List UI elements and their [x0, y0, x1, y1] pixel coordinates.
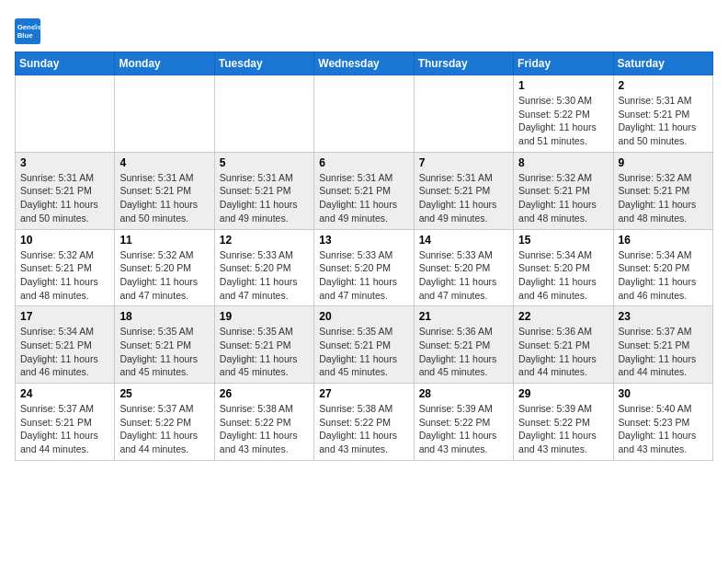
day-number: 23 — [619, 310, 708, 323]
calendar-week-row: 10Sunrise: 5:32 AM Sunset: 5:21 PM Dayli… — [16, 229, 713, 306]
day-number: 4 — [119, 156, 209, 169]
calendar-week-row: 17Sunrise: 5:34 AM Sunset: 5:21 PM Dayli… — [16, 306, 713, 384]
day-info: Sunrise: 5:39 AM Sunset: 5:22 PM Dayligh… — [419, 402, 508, 456]
day-number: 1 — [518, 79, 608, 92]
day-info: Sunrise: 5:31 AM Sunset: 5:21 PM Dayligh… — [119, 171, 209, 225]
calendar-cell: 4Sunrise: 5:31 AM Sunset: 5:21 PM Daylig… — [115, 152, 214, 229]
day-info: Sunrise: 5:31 AM Sunset: 5:21 PM Dayligh… — [419, 171, 508, 225]
calendar-cell: 1Sunrise: 5:30 AM Sunset: 5:22 PM Daylig… — [514, 75, 613, 153]
day-number: 20 — [319, 310, 408, 323]
day-info: Sunrise: 5:31 AM Sunset: 5:21 PM Dayligh… — [20, 171, 109, 225]
day-info: Sunrise: 5:36 AM Sunset: 5:21 PM Dayligh… — [419, 325, 508, 379]
day-info: Sunrise: 5:37 AM Sunset: 5:21 PM Dayligh… — [20, 402, 109, 456]
calendar-week-row: 1Sunrise: 5:30 AM Sunset: 5:22 PM Daylig… — [16, 75, 713, 153]
day-number: 30 — [619, 387, 708, 400]
day-info: Sunrise: 5:38 AM Sunset: 5:22 PM Dayligh… — [220, 402, 309, 456]
day-number: 28 — [419, 387, 508, 400]
day-number: 21 — [419, 310, 508, 323]
calendar-cell: 12Sunrise: 5:33 AM Sunset: 5:20 PM Dayli… — [214, 229, 313, 306]
day-number: 12 — [220, 234, 309, 247]
calendar-cell: 28Sunrise: 5:39 AM Sunset: 5:22 PM Dayli… — [414, 384, 513, 461]
day-info: Sunrise: 5:31 AM Sunset: 5:21 PM Dayligh… — [619, 94, 708, 148]
calendar-header-row: SundayMondayTuesdayWednesdayThursdayFrid… — [16, 52, 713, 75]
page-header: General Blue — [15, 15, 713, 44]
calendar-cell: 21Sunrise: 5:36 AM Sunset: 5:21 PM Dayli… — [414, 306, 513, 384]
day-number: 6 — [319, 156, 408, 169]
day-number: 7 — [419, 156, 508, 169]
day-number: 14 — [419, 234, 508, 247]
day-number: 29 — [518, 387, 608, 400]
day-number: 2 — [619, 79, 708, 92]
column-header-wednesday: Wednesday — [314, 52, 414, 75]
day-info: Sunrise: 5:37 AM Sunset: 5:21 PM Dayligh… — [619, 325, 708, 379]
calendar-cell: 20Sunrise: 5:35 AM Sunset: 5:21 PM Dayli… — [314, 306, 414, 384]
day-number: 16 — [619, 234, 708, 247]
day-info: Sunrise: 5:36 AM Sunset: 5:21 PM Dayligh… — [518, 325, 608, 379]
day-number: 8 — [518, 156, 608, 169]
day-number: 18 — [119, 310, 209, 323]
calendar-cell: 11Sunrise: 5:32 AM Sunset: 5:20 PM Dayli… — [115, 229, 214, 306]
calendar-cell: 22Sunrise: 5:36 AM Sunset: 5:21 PM Dayli… — [514, 306, 613, 384]
column-header-tuesday: Tuesday — [214, 52, 313, 75]
calendar-cell: 9Sunrise: 5:32 AM Sunset: 5:21 PM Daylig… — [613, 152, 712, 229]
calendar-cell: 8Sunrise: 5:32 AM Sunset: 5:21 PM Daylig… — [514, 152, 613, 229]
calendar-cell: 29Sunrise: 5:39 AM Sunset: 5:22 PM Dayli… — [514, 384, 613, 461]
calendar-cell: 6Sunrise: 5:31 AM Sunset: 5:21 PM Daylig… — [314, 152, 414, 229]
day-info: Sunrise: 5:35 AM Sunset: 5:21 PM Dayligh… — [119, 325, 209, 379]
day-info: Sunrise: 5:33 AM Sunset: 5:20 PM Dayligh… — [319, 248, 408, 303]
column-header-friday: Friday — [514, 52, 613, 75]
day-number: 3 — [20, 156, 109, 169]
calendar-cell: 18Sunrise: 5:35 AM Sunset: 5:21 PM Dayli… — [115, 306, 214, 384]
day-number: 27 — [319, 387, 408, 400]
day-info: Sunrise: 5:31 AM Sunset: 5:21 PM Dayligh… — [220, 171, 309, 225]
day-number: 22 — [518, 310, 608, 323]
calendar-cell — [314, 75, 414, 153]
svg-text:Blue: Blue — [17, 31, 34, 40]
logo: General Blue — [15, 18, 42, 44]
day-number: 13 — [319, 234, 408, 247]
day-number: 5 — [220, 156, 309, 169]
day-number: 11 — [119, 234, 209, 247]
day-info: Sunrise: 5:38 AM Sunset: 5:22 PM Dayligh… — [319, 402, 408, 456]
day-number: 10 — [20, 234, 109, 247]
calendar-cell: 16Sunrise: 5:34 AM Sunset: 5:20 PM Dayli… — [613, 229, 712, 306]
calendar-cell: 5Sunrise: 5:31 AM Sunset: 5:21 PM Daylig… — [214, 152, 313, 229]
day-info: Sunrise: 5:34 AM Sunset: 5:20 PM Dayligh… — [619, 248, 708, 303]
day-info: Sunrise: 5:30 AM Sunset: 5:22 PM Dayligh… — [518, 94, 608, 148]
calendar-cell — [414, 75, 513, 153]
day-info: Sunrise: 5:32 AM Sunset: 5:21 PM Dayligh… — [20, 248, 109, 303]
calendar-week-row: 3Sunrise: 5:31 AM Sunset: 5:21 PM Daylig… — [16, 152, 713, 229]
column-header-saturday: Saturday — [613, 52, 712, 75]
calendar-cell: 7Sunrise: 5:31 AM Sunset: 5:21 PM Daylig… — [414, 152, 513, 229]
calendar-week-row: 24Sunrise: 5:37 AM Sunset: 5:21 PM Dayli… — [16, 384, 713, 461]
calendar-table: SundayMondayTuesdayWednesdayThursdayFrid… — [15, 52, 713, 461]
calendar-cell: 2Sunrise: 5:31 AM Sunset: 5:21 PM Daylig… — [613, 75, 712, 153]
day-info: Sunrise: 5:40 AM Sunset: 5:23 PM Dayligh… — [619, 402, 708, 456]
column-header-sunday: Sunday — [16, 52, 115, 75]
day-number: 17 — [20, 310, 109, 323]
day-info: Sunrise: 5:31 AM Sunset: 5:21 PM Dayligh… — [319, 171, 408, 225]
day-info: Sunrise: 5:34 AM Sunset: 5:21 PM Dayligh… — [20, 325, 109, 379]
day-info: Sunrise: 5:33 AM Sunset: 5:20 PM Dayligh… — [419, 248, 508, 303]
day-info: Sunrise: 5:35 AM Sunset: 5:21 PM Dayligh… — [220, 325, 309, 379]
column-header-monday: Monday — [115, 52, 214, 75]
day-number: 25 — [119, 387, 209, 400]
calendar-cell: 23Sunrise: 5:37 AM Sunset: 5:21 PM Dayli… — [613, 306, 712, 384]
day-info: Sunrise: 5:35 AM Sunset: 5:21 PM Dayligh… — [319, 325, 408, 379]
day-info: Sunrise: 5:39 AM Sunset: 5:22 PM Dayligh… — [518, 402, 608, 456]
day-number: 19 — [220, 310, 309, 323]
calendar-cell: 24Sunrise: 5:37 AM Sunset: 5:21 PM Dayli… — [16, 384, 115, 461]
day-info: Sunrise: 5:37 AM Sunset: 5:22 PM Dayligh… — [119, 402, 209, 456]
day-info: Sunrise: 5:32 AM Sunset: 5:20 PM Dayligh… — [119, 248, 209, 303]
calendar-cell — [214, 75, 313, 153]
day-number: 9 — [619, 156, 708, 169]
calendar-cell: 3Sunrise: 5:31 AM Sunset: 5:21 PM Daylig… — [16, 152, 115, 229]
day-number: 26 — [220, 387, 309, 400]
day-info: Sunrise: 5:34 AM Sunset: 5:20 PM Dayligh… — [518, 248, 608, 303]
calendar-cell: 10Sunrise: 5:32 AM Sunset: 5:21 PM Dayli… — [16, 229, 115, 306]
calendar-cell — [16, 75, 115, 153]
logo-icon: General Blue — [15, 18, 40, 44]
day-number: 15 — [518, 234, 608, 247]
calendar-cell: 19Sunrise: 5:35 AM Sunset: 5:21 PM Dayli… — [214, 306, 313, 384]
calendar-cell: 30Sunrise: 5:40 AM Sunset: 5:23 PM Dayli… — [613, 384, 712, 461]
